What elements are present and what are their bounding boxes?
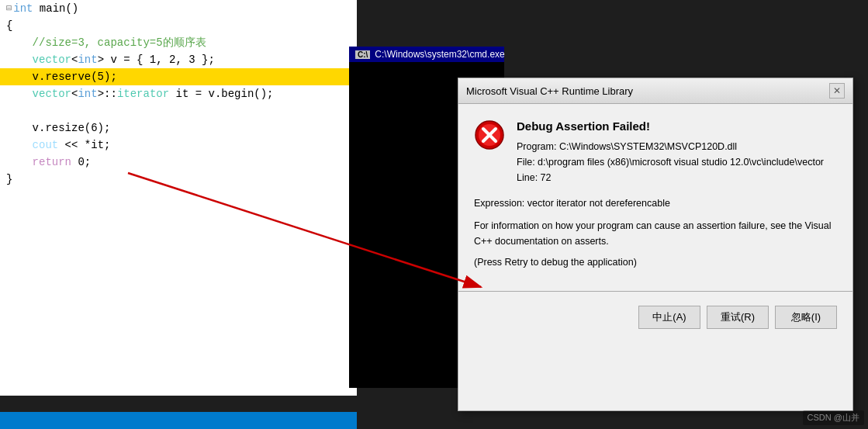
dialog-body: Debug Assertion Failed! Program: C:\Wind… [458,104,852,283]
csdn-watermark: CSDN @山并 [803,410,864,425]
dialog-titlebar: Microsoft Visual C++ Runtime Library ✕ [458,78,852,104]
code-line-2: { [0,17,357,34]
code-line-9: cout << *it; [0,137,357,154]
dialog-right-content: Debug Assertion Failed! Program: C:\Wind… [517,119,824,185]
dialog-buttons: 中止(A) 重试(R) 忽略(I) [458,299,852,335]
dialog-window: Microsoft Visual C++ Runtime Library ✕ D… [458,78,853,411]
code-line-11: } [0,171,357,188]
dialog-file: File: d:\program files (x86)\microsoft v… [517,154,824,170]
dialog-close-button[interactable]: ✕ [829,83,845,99]
cmd-title: C:\Windows\system32\cmd.exe [375,49,504,60]
cmd-titlebar: C:\ C:\Windows\system32\cmd.exe [349,47,504,62]
collapse-icon[interactable]: ⊟ [6,0,12,17]
retry-button[interactable]: 重试(R) [707,306,769,329]
abort-button[interactable]: 中止(A) [638,306,700,329]
dialog-header-row: Debug Assertion Failed! Program: C:\Wind… [474,119,837,185]
dialog-divider [458,291,852,292]
dialog-program: Program: C:\Windows\SYSTEM32\MSVCP120D.d… [517,139,824,154]
code-line-7 [0,102,357,119]
status-bar [0,412,357,429]
code-line-5: v.reserve(5); [0,68,357,85]
dialog-expression: Expression: vector iterator not derefere… [474,198,837,209]
ignore-button[interactable]: 忽略(I) [775,306,837,329]
code-line-8: v.resize(6); [0,119,357,137]
cmd-icon: C:\ [355,50,370,59]
code-editor[interactable]: ⊟int main() { //size=3, capacity=5的顺序表 v… [0,0,357,396]
dialog-assert-title: Debug Assertion Failed! [517,119,824,133]
code-line-10: return 0; [0,154,357,171]
dialog-press: (Press Retry to debug the application) [474,257,837,268]
dialog-title: Microsoft Visual C++ Runtime Library [466,85,633,97]
dialog-info: For information on how your program can … [474,218,837,249]
dialog-line: Line: 72 [517,170,824,185]
code-line-1: ⊟int main() [0,0,357,17]
code-line-6: vector<int>::iterator it = v.begin(); [0,85,357,102]
code-line-3: //size=3, capacity=5的顺序表 [0,34,357,51]
error-icon [474,119,505,150]
code-line-4: vector<int> v = { 1, 2, 3 }; [0,51,357,68]
